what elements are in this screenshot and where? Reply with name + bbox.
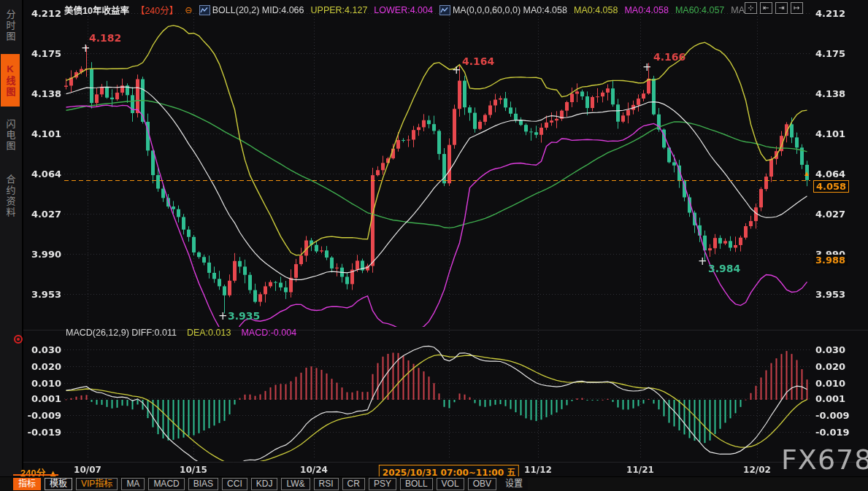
instrument-title-text: 美债10年收益率 <box>64 3 129 17</box>
toolbar-button-PSY[interactable]: PSY <box>369 478 396 490</box>
macd-axis-tick-left: 0.020 <box>23 361 61 372</box>
pan-right-icon[interactable]: ↦ <box>791 2 803 14</box>
secondary-price-tag: 3.988 <box>813 255 848 266</box>
collapse-icon-text: ⊖ <box>185 4 192 15</box>
main-axis-tick-left: 4.175 <box>23 48 61 59</box>
main-axis-tick-left: 4.027 <box>23 209 61 220</box>
toolbar-button-VOL[interactable]: VOL <box>437 478 464 490</box>
toolbar-button-RSI[interactable]: RSI <box>314 478 339 490</box>
main-axis-tick-right: 4.212 <box>815 8 845 19</box>
crosshair-icon[interactable]: ⊹ <box>745 2 757 14</box>
macd-axis-tick-right: 0.030 <box>815 344 845 355</box>
axis-left-icon[interactable]: ⇤ <box>760 2 772 14</box>
macd-axis-tick-right: 0.010 <box>815 378 845 389</box>
boll-values-text: BOLL(20,2) MID:4.066 <box>212 5 304 15</box>
toolbar-button-VIP指标[interactable]: VIP指标 <box>76 478 118 490</box>
main-axis-tick-right: 4.175 <box>815 48 845 59</box>
macd-axis-tick-left: -0.009 <box>23 410 61 421</box>
sidebar-tab-4[interactable]: 合约资料 <box>1 163 20 229</box>
price-annotation: 4.164 <box>462 55 494 67</box>
ma60-green-value-text: MA60:4.057 <box>675 5 724 15</box>
main-axis-tick-right: 4.027 <box>815 209 845 220</box>
toolbar-button-设置[interactable]: 设置 <box>500 478 528 490</box>
macd-axis-tick-right: -0.009 <box>815 410 850 421</box>
sidebar-tab-3[interactable]: 闪电图 <box>1 112 20 158</box>
macd-axis-tick-left: 0.001 <box>23 393 61 404</box>
instrument-title: 美债10年收益率 <box>64 3 129 17</box>
macd-axis-tick-left: 0.010 <box>23 378 61 389</box>
toolbar-button-OBV[interactable]: OBV <box>468 478 496 490</box>
macd-indicator-header: MACD(26,12,9) DIFF:0.011 DEA:0.013 MACD:… <box>66 328 296 338</box>
toolbar-button-KDJ[interactable]: KDJ <box>251 478 278 490</box>
period-active-underline <box>13 474 58 476</box>
toolbar-button-模板[interactable]: 模板 <box>45 478 72 490</box>
window-tool-icons: ⊹⇤⇥↦ <box>745 2 803 14</box>
price-chart-canvas[interactable] <box>0 0 868 491</box>
main-axis-tick-right: 4.064 <box>815 169 845 179</box>
price-annotation: 4.166 <box>653 51 685 63</box>
crosshair-marker-icon: + <box>218 309 228 322</box>
macd-diff-label: MACD(26,12,9) DIFF:0.011 <box>66 328 177 338</box>
main-axis-tick-left: 3.953 <box>23 289 61 300</box>
time-axis-label: 11/21 <box>626 465 654 475</box>
bottom-toolbar: 指标模板VIP指标MAMACDBIASCCIKDJLW&RSICRPSYBOLL… <box>0 476 868 491</box>
toolbar-button-指标[interactable]: 指标 <box>13 478 41 490</box>
crosshair-marker-icon: + <box>81 42 91 55</box>
main-axis-tick-left: 4.064 <box>23 169 61 179</box>
price-annotation: 4.182 <box>89 32 121 44</box>
toolbar-button-LW&[interactable]: LW& <box>281 478 310 490</box>
ma0-magenta-value: MA0:4.058 <box>624 5 668 15</box>
time-axis-label: 11/12 <box>524 465 552 475</box>
main-axis-tick-right: 3.953 <box>815 289 845 300</box>
boll-upper-value: UPPER:4.127 <box>311 5 368 15</box>
period-label: 【240分】 <box>136 3 178 17</box>
toolbar-button-CR[interactable]: CR <box>342 478 365 490</box>
watermark: FX678 <box>781 444 868 476</box>
left-sidebar: 分时图K线图闪电图合约资料 <box>0 0 23 476</box>
ma0-magenta-value-text: MA0:4.058 <box>624 5 668 15</box>
boll-lower-value-text: LOWER:4.004 <box>374 5 433 15</box>
boll-lower-value: LOWER:4.004 <box>374 5 433 15</box>
toolbar-button-BIAS[interactable]: BIAS <box>188 478 218 490</box>
crosshair-marker-icon: + <box>452 63 461 77</box>
collapse-icon[interactable]: ⊖ <box>185 4 192 15</box>
macd-axis-tick-right: 0.020 <box>815 361 845 372</box>
current-price-tag: 4.058 <box>813 180 849 193</box>
price-annotation: 3.935 <box>228 310 260 322</box>
macd-axis-tick-right: -0.019 <box>815 427 850 438</box>
macd-axis-tick-left: -0.019 <box>23 427 61 438</box>
time-axis-label: 12/02 <box>743 465 771 475</box>
main-axis-tick-left: 4.138 <box>23 88 61 99</box>
crosshair-marker-icon: + <box>642 61 652 74</box>
ma60-green-value: MA60:4.057 <box>675 5 724 15</box>
sidebar-tab-1[interactable]: 分时图 <box>1 3 20 48</box>
main-axis-tick-left: 4.212 <box>23 8 61 19</box>
main-axis-tick-right: 4.101 <box>815 128 845 139</box>
red-dot-icon[interactable] <box>14 335 23 344</box>
chart-type-icon <box>439 5 450 15</box>
ma-values: MA(0,0,0,60,0,0) MA0:4.058 <box>439 5 567 15</box>
chart-header: 美债10年收益率【240分】⊖BOLL(20,2) MID:4.066UPPER… <box>64 3 753 17</box>
time-axis-label: 10/15 <box>180 465 207 475</box>
ma-values-text: MA(0,0,0,60,0,0) MA0:4.058 <box>453 5 567 15</box>
main-axis-tick-right: 4.138 <box>815 88 845 99</box>
time-axis-label: 10/07 <box>74 465 101 475</box>
toolbar-button-MA[interactable]: MA <box>121 478 145 490</box>
macd-dea-label: DEA:0.013 <box>187 328 231 338</box>
macd-axis-tick-right: 0.001 <box>815 393 845 404</box>
sidebar-tab-2[interactable]: K线图 <box>1 54 20 107</box>
current-price-marker-icon: ▲ <box>803 169 810 177</box>
chart-type-icon <box>199 5 210 15</box>
main-axis-tick-left: 3.990 <box>23 249 61 260</box>
boll-upper-value-text: UPPER:4.127 <box>311 5 368 15</box>
toolbar-button-CCI[interactable]: CCI <box>222 478 247 490</box>
toolbar-button-BOLL[interactable]: BOLL <box>400 478 433 490</box>
boll-values: BOLL(20,2) MID:4.066 <box>199 5 304 15</box>
macd-macd-label: MACD:-0.004 <box>241 328 296 338</box>
time-axis-label: 10/24 <box>300 465 328 475</box>
main-axis-tick-left: 4.101 <box>23 128 61 139</box>
toolbar-button-MACD[interactable]: MACD <box>148 478 184 490</box>
ma0-yellow-value: MA0:4.058 <box>574 5 618 15</box>
period-label-text: 【240分】 <box>136 3 178 17</box>
axis-right-icon[interactable]: ⇥ <box>775 2 788 14</box>
